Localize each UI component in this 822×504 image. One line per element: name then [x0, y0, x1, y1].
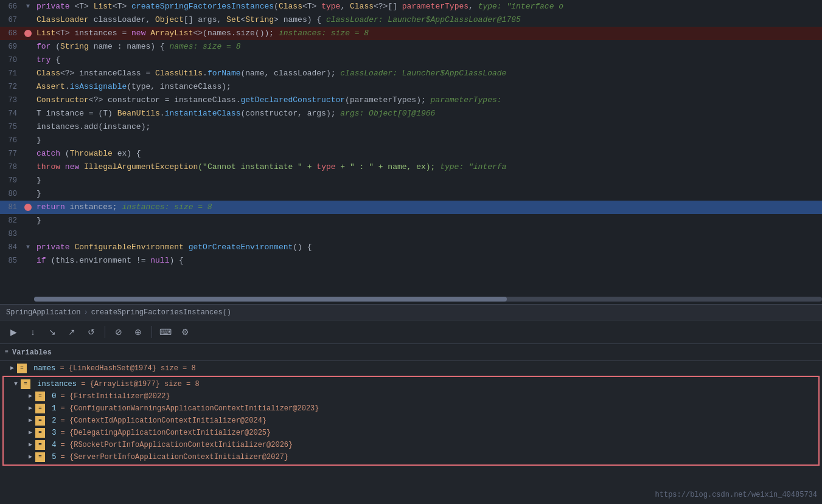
token-plain: } — [37, 189, 41, 198]
token-kw: for — [37, 42, 51, 51]
token-kw-orange: List — [94, 2, 113, 11]
expand-icon[interactable]: ▶ — [26, 390, 35, 402]
line-number: 78 — [0, 161, 22, 174]
token-plain: ( — [274, 2, 279, 11]
line-gutter — [22, 174, 34, 187]
token-plain: ex) { — [113, 149, 141, 158]
tree-item-inst0[interactable]: ▶ = 0 = {FirstInitializer@2022} — [4, 390, 818, 402]
code-line-67: 67 ClassLoader classLoader, Object[] arg… — [0, 13, 822, 27]
tree-item-names[interactable]: ▶ = names = {LinkedHashSet@1974} size = … — [0, 362, 822, 375]
variables-panel: ≡ Variables ▶ = names = {LinkedHashSet@1… — [0, 344, 822, 504]
breadcrumb-method: createSpringFactoriesInstances() — [91, 308, 231, 317]
token-kw: new — [65, 162, 79, 171]
code-content: T instance = (T) BeanUtils.instantiateCl… — [34, 107, 822, 120]
expand-icon[interactable]: ▶ — [7, 362, 17, 375]
token-kw-orange: ConfigurableEnvironment — [74, 243, 183, 252]
code-line-84: 84▼ private ConfigurableEnvironment getO… — [0, 241, 822, 254]
resume-button[interactable]: ▶ — [5, 323, 22, 340]
token-method: forName — [207, 69, 241, 78]
code-line-72: 72 Assert.isAssignable(type, instanceCla… — [0, 80, 822, 94]
tree-item-inst5[interactable]: ▶ = 5 = {ServerPortInfoApplicationContex… — [4, 451, 818, 463]
breakpoint-icon[interactable] — [24, 30, 32, 37]
code-content: Class<?> instanceClass = ClassUtils.forN… — [34, 67, 822, 80]
token-plain: , — [340, 2, 350, 11]
token-plain: () { — [293, 243, 312, 252]
expand-icon[interactable]: ▶ — [26, 427, 35, 439]
token-plain: > names) { — [274, 15, 326, 24]
token-kw-orange: String — [60, 42, 89, 51]
expand-icon[interactable]: ▶ — [26, 439, 35, 451]
fold-arrow-icon[interactable]: ▼ — [26, 0, 30, 13]
code-line-77: 77 catch (Throwable ex) { — [0, 147, 822, 161]
tree-label: 5 — [47, 451, 61, 463]
code-content — [34, 227, 822, 241]
token-plain: <?>[] — [374, 2, 402, 11]
line-gutter — [22, 67, 34, 80]
tree-value: = {FirstInitializer@2022} — [61, 390, 170, 402]
token-plain: } — [37, 176, 41, 185]
evaluate-button[interactable]: ⌨ — [157, 323, 174, 340]
restart-button[interactable]: ↺ — [83, 323, 100, 340]
expand-icon[interactable]: ▶ — [26, 451, 35, 463]
code-line-66: 66▼ private <T> List<T> createSpringFact… — [0, 0, 822, 13]
code-line-81: 81 return instances; instances: size = 8 — [0, 201, 822, 214]
line-number: 75 — [0, 120, 22, 134]
expand-icon[interactable]: ▶ — [26, 402, 35, 415]
code-editor: 66▼ private <T> List<T> createSpringFact… — [0, 0, 822, 304]
line-gutter — [22, 147, 34, 161]
line-number: 68 — [0, 27, 22, 40]
watermark: https://blog.csdn.net/weixin_40485734 — [655, 491, 817, 499]
line-number: 74 — [0, 107, 22, 120]
line-gutter — [22, 201, 34, 214]
tree-item-inst1[interactable]: ▶ = 1 = {ConfigurationWarningsApplicatio… — [4, 402, 818, 415]
settings-button[interactable]: ⚙ — [176, 323, 193, 340]
code-content: private <T> List<T> createSpringFactorie… — [34, 0, 822, 13]
line-number: 71 — [0, 67, 22, 80]
token-kw: if — [37, 256, 46, 265]
tree-item-inst4[interactable]: ▶ = 4 = {RSocketPortInfoApplicationConte… — [4, 439, 818, 451]
token-plain: , — [468, 2, 478, 11]
step-into-button[interactable]: ↘ — [44, 323, 61, 340]
tree-label: 0 — [47, 390, 61, 402]
token-plain — [184, 243, 189, 252]
variables-tree[interactable]: ▶ = names = {LinkedHashSet@1974} size = … — [0, 361, 822, 504]
token-comment: instances: size = 8 — [279, 29, 369, 38]
instances-highlighted-box: ▼ = instances = {ArrayList@1977} size = … — [2, 376, 820, 466]
token-kw-orange: Class — [279, 2, 302, 11]
token-method: createSpringFactoriesInstances — [131, 2, 274, 11]
mute-breakpoints-button[interactable]: ⊘ — [110, 323, 127, 340]
tree-value: = {RSocketPortInfoApplicationContextInit… — [61, 439, 293, 451]
code-line-75: 75 instances.add(instance); — [0, 120, 822, 134]
line-gutter — [22, 54, 34, 67]
step-over-button[interactable]: ↓ — [24, 323, 41, 340]
tree-label: 2 — [47, 415, 61, 427]
line-gutter — [22, 120, 34, 134]
token-variable: type — [316, 162, 335, 171]
variable-icon: = — [35, 428, 45, 438]
token-kw: private — [37, 2, 70, 11]
tree-item-instances[interactable]: ▼ = instances = {ArrayList@1977} size = … — [4, 378, 818, 390]
variable-icon: = — [35, 452, 45, 462]
horizontal-scrollbar[interactable] — [34, 297, 822, 302]
token-kw-orange: Constructor — [37, 95, 89, 105]
token-plain: (type, instanceClass); — [127, 82, 231, 91]
token-comment: names: size = 8 — [169, 42, 240, 51]
step-out-button[interactable]: ↗ — [63, 323, 80, 340]
token-kw-orange: ArrayList — [150, 29, 193, 38]
tree-item-inst3[interactable]: ▶ = 3 = {DelegatingApplicationContextIni… — [4, 427, 818, 439]
view-breakpoints-button[interactable]: ⊕ — [130, 323, 147, 340]
expand-icon[interactable]: ▶ — [26, 415, 35, 427]
token-comment: type: "interface o — [478, 2, 563, 11]
token-kw: try — [37, 55, 51, 64]
code-content: Constructor<?> constructor = instanceCla… — [34, 94, 822, 107]
code-content: private ConfigurableEnvironment getOrCre… — [34, 241, 822, 254]
fold-arrow-icon[interactable]: ▼ — [26, 241, 30, 254]
line-number: 85 — [0, 254, 22, 268]
tree-value: = {DelegatingApplicationContextInitializ… — [61, 427, 271, 439]
breakpoint-icon[interactable] — [24, 204, 32, 211]
line-gutter — [22, 27, 34, 40]
expand-icon[interactable]: ▼ — [11, 378, 21, 390]
tree-item-inst2[interactable]: ▶ = 2 = {ContextIdApplicationContextInit… — [4, 415, 818, 427]
code-content: } — [34, 187, 822, 201]
token-plain: } — [37, 136, 41, 145]
